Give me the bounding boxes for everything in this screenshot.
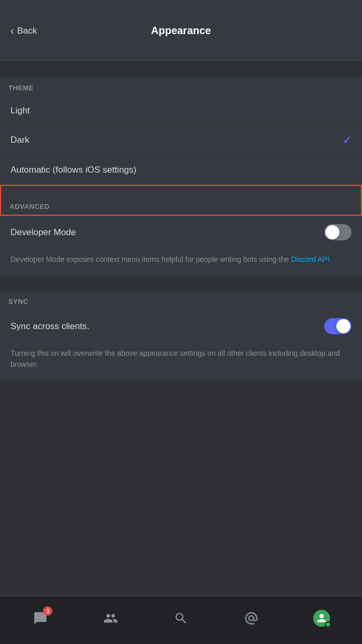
developer-mode-label: Developer Mode: [10, 227, 76, 238]
mentions-icon: [244, 611, 259, 626]
sync-clients-toggle-track[interactable]: [324, 318, 352, 334]
sync-description-text: Turning this on will overwrite the above…: [10, 348, 352, 370]
profile-avatar: [313, 610, 330, 627]
bottom-nav: 3: [0, 597, 362, 644]
theme-group: THEME Light Dark ✓ Automatic (follows iO…: [0, 78, 362, 185]
theme-section-label: THEME: [0, 78, 362, 96]
friends-icon: [103, 611, 118, 626]
top-spacer: [0, 62, 362, 78]
sync-description-block: Turning this on will overwrite the above…: [0, 343, 362, 381]
developer-mode-group: Developer Mode Developer Mode exposes co…: [0, 216, 362, 276]
sync-spacer: [0, 276, 362, 291]
theme-auto-item[interactable]: Automatic (follows iOS settings): [0, 155, 362, 185]
sync-clients-toggle-thumb: [336, 319, 350, 333]
sync-section-label: SYNC: [0, 291, 362, 310]
developer-mode-toggle[interactable]: [324, 224, 352, 240]
theme-auto-label: Automatic (follows iOS settings): [10, 165, 136, 175]
nav-item-profile[interactable]: [308, 605, 335, 631]
developer-mode-item: Developer Mode: [0, 216, 362, 249]
back-button[interactable]: ‹ Back: [10, 25, 37, 37]
developer-mode-desc-suffix: .: [329, 255, 332, 263]
nav-item-mentions[interactable]: [238, 605, 264, 631]
messages-badge: 3: [43, 606, 52, 616]
search-icon: [174, 611, 188, 626]
developer-mode-desc-prefix: Developer Mode exposes context menu item…: [10, 255, 291, 263]
theme-dark-label: Dark: [10, 135, 29, 145]
developer-mode-toggle-track[interactable]: [324, 224, 352, 240]
sync-clients-item: Sync across clients.: [0, 310, 362, 343]
avatar-status-dot: [325, 621, 331, 628]
advanced-section-wrapper: ADVANCED: [0, 185, 362, 216]
back-label: Back: [17, 26, 37, 36]
developer-mode-toggle-thumb: [325, 225, 339, 239]
avatar-person-icon: [316, 613, 327, 624]
nav-item-messages[interactable]: 3: [27, 605, 54, 631]
developer-mode-description: Developer Mode exposes context menu item…: [10, 254, 352, 265]
theme-light-item[interactable]: Light: [0, 96, 362, 125]
sync-clients-label: Sync across clients.: [10, 321, 89, 332]
sync-clients-toggle[interactable]: [324, 318, 352, 334]
nav-item-search[interactable]: [168, 605, 194, 631]
theme-dark-item[interactable]: Dark ✓: [0, 125, 362, 155]
nav-item-friends[interactable]: [98, 605, 124, 631]
dark-checkmark-icon: ✓: [343, 134, 352, 146]
back-chevron-icon: ‹: [10, 25, 14, 37]
discord-api-link[interactable]: Discord API: [291, 255, 329, 263]
header: ‹ Back Appearance: [0, 0, 362, 62]
advanced-spacer: [1, 186, 361, 196]
page-title: Appearance: [151, 25, 211, 37]
sync-group: SYNC Sync across clients. Turning this o…: [0, 291, 362, 381]
theme-light-label: Light: [10, 105, 30, 116]
developer-mode-description-block: Developer Mode exposes context menu item…: [0, 249, 362, 276]
advanced-section-label: ADVANCED: [1, 196, 361, 215]
content-area: THEME Light Dark ✓ Automatic (follows iO…: [0, 62, 362, 597]
